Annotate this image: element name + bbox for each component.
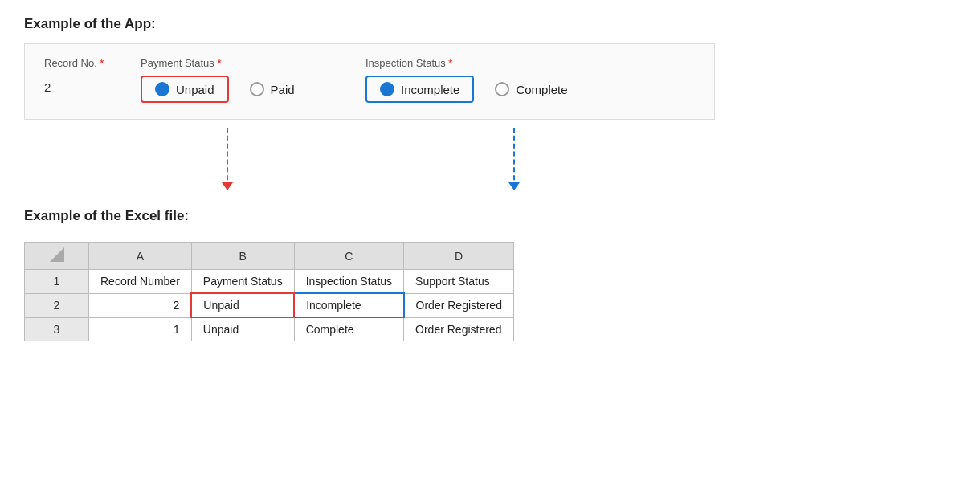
red-dashed-arrow-head — [222, 182, 233, 190]
excel-table: A B C D 1 Record Number Payment Status I… — [24, 242, 514, 341]
payment-paid-radio[interactable] — [250, 82, 264, 96]
excel-table-wrap: A B C D 1 Record Number Payment Status I… — [24, 242, 514, 341]
excel-cell-1b: Payment Status — [191, 270, 294, 294]
excel-cell-2c: Incomplete — [294, 293, 403, 317]
app-example-title: Example of the App: — [24, 16, 956, 32]
arrows-row — [24, 128, 956, 208]
blue-dashed-arrow-line — [513, 128, 515, 188]
excel-cell-3d: Order Registered — [404, 317, 514, 341]
inspection-required: * — [446, 57, 453, 69]
excel-cell-3a: 1 — [89, 317, 192, 341]
payment-paid-option[interactable]: Paid — [237, 77, 308, 101]
excel-col-c-header: C — [294, 243, 403, 270]
payment-status-label: Payment Status * — [141, 57, 365, 69]
table-row: 1 Record Number Payment Status Inspectio… — [25, 270, 514, 294]
table-row: 2 2 Unpaid Incomplete Order Registered — [25, 293, 514, 317]
excel-row-num-2: 2 — [25, 293, 89, 317]
payment-paid-label: Paid — [271, 83, 295, 96]
inspection-incomplete-radio[interactable] — [380, 82, 394, 96]
diagram-container: Example of the App: Record No. * 2 Payme… — [24, 16, 956, 344]
inspection-complete-label: Complete — [516, 83, 567, 96]
payment-required: * — [214, 57, 222, 69]
payment-unpaid-radio[interactable] — [155, 82, 169, 96]
excel-cell-1c: Inspection Status — [294, 270, 403, 294]
excel-example-title: Example of the Excel file: — [24, 208, 956, 224]
excel-row-num-3: 3 — [25, 317, 89, 341]
excel-cell-1d: Support Status — [404, 270, 514, 294]
excel-cell-2a: 2 — [89, 293, 192, 317]
inspection-status-label: Inspection Status * — [365, 57, 639, 69]
excel-corner-cell — [25, 243, 89, 270]
excel-cell-1a: Record Number — [89, 270, 192, 294]
app-row: Record No. * 2 Payment Status * Unpaid — [44, 57, 695, 103]
payment-unpaid-option[interactable]: Unpaid — [141, 76, 229, 103]
excel-col-b-header: B — [191, 243, 294, 270]
excel-cell-2d: Order Registered — [404, 293, 514, 317]
excel-col-a-header: A — [89, 243, 192, 270]
red-dashed-arrow-line — [227, 128, 228, 188]
inspection-radio-group: Incomplete Complete — [365, 76, 639, 103]
payment-status-field: Payment Status * Unpaid Paid — [141, 57, 365, 103]
inspection-incomplete-label: Incomplete — [401, 83, 459, 96]
payment-unpaid-label: Unpaid — [176, 83, 214, 96]
app-example-box: Record No. * 2 Payment Status * Unpaid — [24, 43, 715, 120]
corner-triangle-icon — [50, 247, 64, 262]
inspection-status-field: Inspection Status * Incomplete Complete — [365, 57, 639, 103]
app-example-section: Record No. * 2 Payment Status * Unpaid — [24, 43, 956, 208]
excel-row-num-1: 1 — [25, 270, 89, 294]
excel-col-d-header: D — [404, 243, 514, 270]
inspection-incomplete-option[interactable]: Incomplete — [365, 76, 474, 103]
payment-radio-group: Unpaid Paid — [141, 76, 365, 103]
record-no-required: * — [97, 57, 104, 69]
inspection-complete-option[interactable]: Complete — [482, 77, 580, 101]
record-no-label: Record No. * — [44, 57, 141, 69]
blue-dashed-arrow-head — [508, 182, 520, 190]
table-row: 3 1 Unpaid Complete Order Registered — [25, 317, 514, 341]
record-no-field: Record No. * 2 — [44, 57, 141, 94]
record-no-value: 2 — [44, 76, 141, 94]
inspection-complete-radio[interactable] — [495, 82, 509, 96]
excel-cell-2b: Unpaid — [191, 293, 294, 317]
excel-header-row: A B C D — [25, 243, 514, 270]
excel-cell-3c: Complete — [294, 317, 403, 341]
excel-cell-3b: Unpaid — [191, 317, 294, 341]
